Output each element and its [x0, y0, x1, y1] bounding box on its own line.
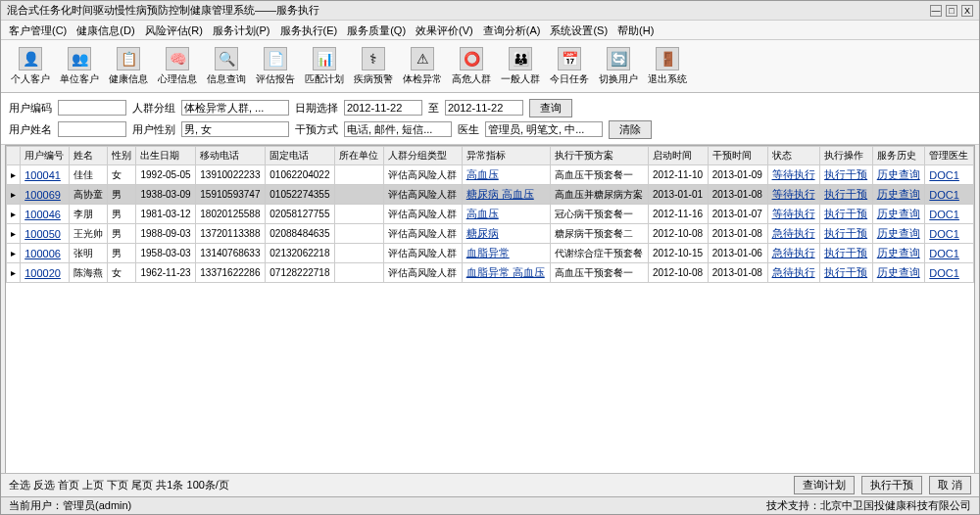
menu-item[interactable]: 服务质量(Q) — [343, 23, 410, 37]
cell[interactable]: 02088484635 — [266, 224, 335, 244]
cell[interactable]: 历史查询 — [872, 263, 925, 283]
cell[interactable]: 2013-01-06 — [708, 244, 767, 263]
cell[interactable]: 01062204022 — [266, 165, 335, 185]
cell[interactable]: 2012-10-08 — [648, 263, 708, 283]
cell[interactable]: 高协童 — [69, 185, 107, 205]
column-header[interactable]: 出生日期 — [136, 147, 196, 165]
cell[interactable]: 2013-01-09 — [708, 165, 767, 185]
cell[interactable]: 评估高风险人群 — [383, 185, 462, 205]
cell[interactable]: 急待执行 — [767, 244, 820, 263]
toolbar-button[interactable]: ⚠体检异常 — [401, 45, 444, 88]
menu-item[interactable]: 帮助(H) — [613, 23, 658, 37]
doctor-input[interactable] — [485, 121, 603, 137]
query-button[interactable]: 查询 — [529, 99, 572, 117]
cell[interactable]: 100069 — [21, 185, 70, 205]
maximize-button[interactable]: □ — [946, 5, 957, 17]
table-row[interactable]: ▸100020陈海燕女1962-11-231337162228607128222… — [7, 263, 974, 283]
cell[interactable]: 02132062218 — [266, 244, 335, 263]
table-row[interactable]: ▸100006张明男1958-03-0313140768633021320622… — [7, 244, 974, 263]
cell[interactable]: 高血压 — [462, 165, 550, 185]
cell[interactable] — [335, 185, 384, 205]
cell[interactable]: 历史查询 — [872, 244, 925, 263]
cell[interactable]: 100050 — [21, 224, 70, 244]
cell[interactable]: 评估高风险人群 — [383, 263, 462, 283]
toolbar-button[interactable]: 📄评估报告 — [254, 45, 297, 88]
cell[interactable]: 02058127755 — [266, 205, 335, 224]
data-grid[interactable]: 用户编号姓名性别出生日期移动电话固定电话所在单位人群分组类型异常指标执行干预方案… — [5, 145, 975, 478]
table-row[interactable]: ▸100046李朋男1981-03-1218020125588020581277… — [7, 205, 974, 224]
cell[interactable]: 2013-01-08 — [708, 263, 767, 283]
cell[interactable]: 急待执行 — [767, 224, 820, 244]
column-header[interactable]: 用户编号 — [21, 147, 70, 165]
menu-item[interactable]: 服务执行(E) — [276, 23, 342, 37]
cell[interactable]: 1958-03-03 — [136, 244, 196, 263]
cell[interactable]: 18020125588 — [196, 205, 266, 224]
column-header[interactable]: 执行操作 — [820, 147, 873, 165]
cell[interactable]: 13720113388 — [196, 224, 266, 244]
pager-links[interactable]: 全选 反选 首页 上页 下页 尾页 共1条 100条/页 — [9, 478, 229, 492]
cell[interactable]: 历史查询 — [872, 224, 925, 244]
toolbar-button[interactable]: 📊匹配计划 — [303, 45, 346, 88]
cell[interactable]: 男 — [108, 185, 136, 205]
cell[interactable]: 历史查询 — [872, 205, 925, 224]
menu-item[interactable]: 查询分析(A) — [479, 23, 545, 37]
cell[interactable]: 评估高风险人群 — [383, 224, 462, 244]
cell[interactable]: ▸ — [7, 224, 21, 244]
cell[interactable]: 07128222718 — [266, 263, 335, 283]
table-row[interactable]: ▸100069高协童男1938-03-091591059374701052274… — [7, 185, 974, 205]
cell[interactable]: ▸ — [7, 185, 21, 205]
cell[interactable]: 李朋 — [69, 205, 107, 224]
cell[interactable]: 13140768633 — [196, 244, 266, 263]
method-input[interactable] — [344, 121, 452, 137]
toolbar-button[interactable]: 👥单位客户 — [58, 45, 101, 88]
cell[interactable] — [335, 263, 384, 283]
menu-item[interactable]: 风险评估(R) — [141, 23, 207, 37]
clear-button[interactable]: 清除 — [609, 120, 652, 139]
cell[interactable]: 高血压干预套餐一 — [550, 263, 648, 283]
toolbar-button[interactable]: 🚪退出系统 — [646, 45, 689, 88]
cell[interactable]: 评估高风险人群 — [383, 165, 462, 185]
cell[interactable] — [335, 165, 384, 185]
cell[interactable]: 2012-10-08 — [648, 224, 708, 244]
table-row[interactable]: ▸100041佳佳女1992-05-0513910022233010622040… — [7, 165, 974, 185]
execute-button[interactable]: 执行干预 — [861, 476, 922, 494]
cell[interactable]: 100041 — [21, 165, 70, 185]
cell[interactable]: DOC1 — [925, 205, 974, 224]
cell[interactable]: 执行干预 — [820, 165, 873, 185]
table-row[interactable]: ▸100050王光帅男1988-09-031372011338802088484… — [7, 224, 974, 244]
cell[interactable]: 评估高风险人群 — [383, 244, 462, 263]
cell[interactable]: 执行干预 — [820, 263, 873, 283]
cell[interactable]: 2013-01-07 — [708, 205, 767, 224]
gender-input[interactable] — [181, 121, 289, 137]
cell[interactable]: 1962-11-23 — [136, 263, 196, 283]
cell[interactable]: 2013-01-08 — [708, 185, 767, 205]
column-header[interactable]: 启动时间 — [648, 147, 708, 165]
cell[interactable]: 2012-11-10 — [648, 165, 708, 185]
cell[interactable]: 2013-01-08 — [708, 224, 767, 244]
cell[interactable]: 13371622286 — [196, 263, 266, 283]
cell[interactable]: 女 — [108, 165, 136, 185]
cell[interactable]: 2012-11-16 — [648, 205, 708, 224]
cell[interactable]: 2012-10-15 — [648, 244, 708, 263]
cell[interactable]: ▸ — [7, 165, 21, 185]
toolbar-button[interactable]: 🔄切换用户 — [597, 45, 640, 88]
cell[interactable]: 高血压并糖尿病方案 — [550, 185, 648, 205]
cell[interactable]: 15910593747 — [196, 185, 266, 205]
menu-item[interactable]: 健康信息(D) — [73, 23, 138, 37]
cell[interactable]: 2013-01-01 — [648, 185, 708, 205]
user-code-input[interactable] — [58, 100, 126, 116]
cell[interactable]: 1988-09-03 — [136, 224, 196, 244]
column-header[interactable]: 固定电话 — [266, 147, 335, 165]
cell[interactable]: 13910022233 — [196, 165, 266, 185]
close-button[interactable]: X — [961, 5, 973, 17]
cell[interactable]: DOC1 — [925, 244, 974, 263]
cell[interactable]: 高血压干预套餐一 — [550, 165, 648, 185]
cell[interactable]: 100006 — [21, 244, 70, 263]
toolbar-button[interactable]: 👤个人客户 — [9, 45, 52, 88]
toolbar-button[interactable]: 🧠心理信息 — [156, 45, 199, 88]
cell[interactable]: ▸ — [7, 244, 21, 263]
column-header[interactable]: 移动电话 — [196, 147, 266, 165]
column-header[interactable]: 干预时间 — [708, 147, 767, 165]
cancel-button[interactable]: 取 消 — [929, 476, 971, 494]
cell[interactable] — [335, 244, 384, 263]
